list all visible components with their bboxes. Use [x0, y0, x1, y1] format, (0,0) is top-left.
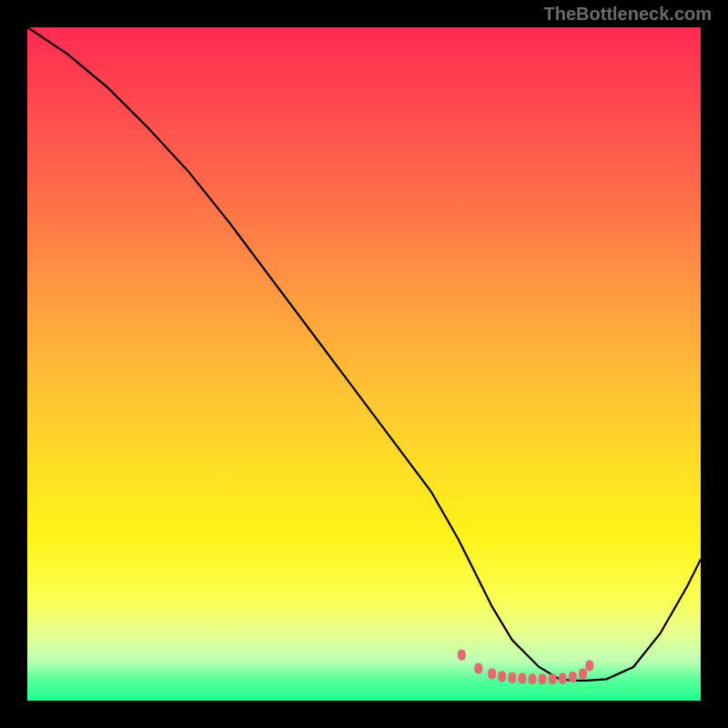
marker-point — [474, 663, 482, 674]
marker-point — [529, 673, 537, 684]
marker-point — [488, 668, 496, 679]
marker-point — [539, 673, 547, 684]
marker-point — [579, 668, 587, 679]
marker-point — [549, 673, 557, 684]
plot-area — [27, 27, 701, 701]
marker-point — [585, 661, 593, 672]
marker-point — [559, 673, 567, 684]
marker-point — [508, 672, 516, 683]
chart-curve — [27, 27, 701, 681]
marker-point — [569, 672, 577, 682]
watermark-text: TheBottleneck.com — [544, 4, 712, 25]
marker-point — [518, 673, 526, 684]
marker-point — [498, 671, 506, 682]
chart-svg — [27, 27, 701, 701]
marker-point — [458, 650, 466, 661]
